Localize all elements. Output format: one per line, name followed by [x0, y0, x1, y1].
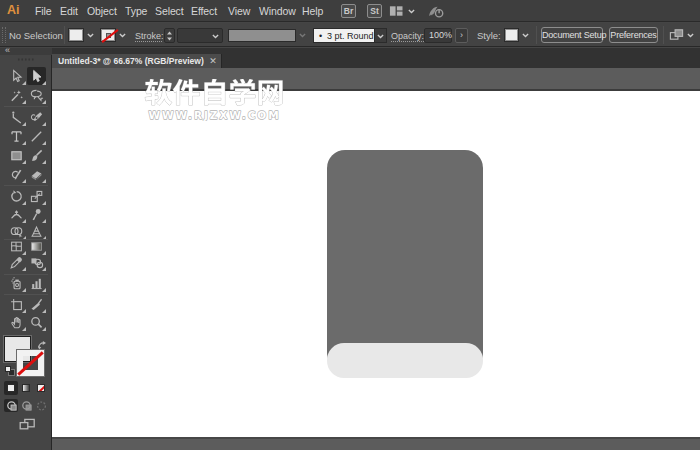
panel-grip[interactable] [2, 27, 6, 43]
document-setup-button[interactable]: Document Setup [541, 27, 603, 43]
menu-item-help[interactable]: Help [302, 5, 323, 17]
pasteboard[interactable]: WWW.RJZXW.COM [52, 68, 700, 450]
menu-item-object[interactable]: Object [87, 5, 117, 17]
fill-chevron-icon[interactable] [87, 32, 94, 39]
brush-definition-field[interactable]: • 3 pt. Round [313, 28, 375, 43]
tool-zoom[interactable] [27, 313, 46, 331]
preferences-button[interactable]: Preferences [609, 27, 658, 43]
tool-pen[interactable] [27, 108, 46, 126]
tool-symbol-sprayer[interactable] [7, 274, 26, 292]
document-tab[interactable]: Untitled-3* @ 66.67% (RGB/Preview) ✕ [52, 54, 222, 68]
bridge-button[interactable]: Br [341, 4, 356, 18]
book-band-rectangle[interactable] [327, 343, 483, 378]
tool-blend[interactable] [27, 253, 46, 271]
tool-shaper[interactable] [7, 165, 26, 183]
tool-group-divider [4, 106, 48, 107]
tool-type[interactable] [7, 127, 26, 145]
stroke-weight-chevron-icon[interactable] [212, 33, 219, 40]
tool-curvature[interactable] [7, 108, 26, 126]
menu-item-edit[interactable]: Edit [60, 5, 78, 17]
stroke-weight-field[interactable] [177, 28, 223, 43]
stock-button[interactable]: St [367, 4, 382, 18]
style-swatch[interactable] [504, 28, 519, 42]
arrange-documents-icon[interactable] [669, 28, 684, 41]
tool-lasso[interactable] [27, 86, 46, 104]
workspace-switcher-icon[interactable] [389, 4, 404, 18]
menu-bar: Ai Br St FileEditObjectTypeSelectEffectV… [0, 0, 700, 22]
tool-rectangle[interactable] [7, 146, 26, 164]
brush-definition-dropdown[interactable] [375, 28, 387, 43]
width-profile-chevron-icon[interactable] [299, 32, 306, 39]
panel-drag-handle[interactable] [17, 58, 35, 61]
separator [663, 26, 664, 44]
flyout-triangle [42, 267, 46, 271]
flyout-triangle [42, 179, 46, 183]
flyout-triangle [22, 141, 26, 145]
draw-normal-button[interactable] [4, 399, 18, 412]
tool-width[interactable] [7, 205, 26, 223]
tool-artboard[interactable] [7, 295, 26, 313]
book-cover-rectangle[interactable] [327, 150, 483, 371]
flyout-triangle [42, 288, 46, 292]
stroke-color-swatch[interactable] [100, 28, 116, 42]
stroke-weight-stepper[interactable] [164, 28, 175, 43]
flyout-triangle [42, 81, 46, 85]
tool-column-graph[interactable] [27, 274, 46, 292]
tool-group-divider [4, 185, 48, 186]
tool-direct-selection[interactable] [27, 67, 46, 85]
stroke-proxy-swatch[interactable] [17, 350, 44, 376]
share-power-icon[interactable] [427, 4, 444, 18]
brush-preview-dot: • [319, 30, 322, 43]
screen-mode-button[interactable] [19, 417, 35, 430]
menu-item-effect[interactable]: Effect [191, 5, 217, 17]
tool-scale[interactable] [27, 187, 46, 205]
document-tab-bar: Untitled-3* @ 66.67% (RGB/Preview) ✕ [52, 48, 700, 68]
flyout-triangle [42, 100, 46, 104]
workspace-chevron-icon[interactable] [408, 8, 415, 15]
flyout-triangle [22, 122, 26, 126]
stroke-panel-link[interactable]: Stroke: [135, 31, 164, 41]
menu-item-select[interactable]: Select [155, 5, 184, 17]
tool-hand[interactable] [7, 313, 26, 331]
tool-line-segment[interactable] [27, 127, 46, 145]
stroke-chevron-icon[interactable] [119, 32, 126, 39]
flyout-triangle [22, 81, 26, 85]
tool-magic-wand[interactable] [7, 86, 26, 104]
gradient-button[interactable] [19, 381, 33, 395]
menu-item-type[interactable]: Type [125, 5, 147, 17]
more-arrow-glyph: › [460, 30, 463, 40]
book-shape[interactable] [327, 150, 483, 378]
none-button[interactable] [34, 381, 48, 395]
tool-paintbrush[interactable] [27, 146, 46, 164]
flyout-triangle [42, 160, 46, 164]
default-fill-stroke-icon[interactable] [5, 366, 16, 376]
color-button[interactable] [4, 381, 18, 395]
menu-item-file[interactable]: File [35, 5, 52, 17]
watermark: WWW.RJZXW.COM [144, 79, 294, 121]
opacity-panel-link[interactable]: Opacity: [391, 31, 424, 41]
draw-inside-button[interactable] [34, 399, 48, 412]
opacity-more-button[interactable]: › [455, 28, 468, 43]
flyout-triangle [42, 122, 46, 126]
style-label: Style: [477, 30, 501, 41]
tool-puppet-warp[interactable] [27, 205, 46, 223]
arrange-chevron-icon[interactable] [687, 32, 694, 39]
tool-rotate[interactable] [7, 187, 26, 205]
draw-behind-button[interactable] [19, 399, 33, 412]
tab-close-icon[interactable]: ✕ [207, 55, 219, 67]
width-profile-preview[interactable] [228, 29, 296, 42]
fill-color-swatch[interactable] [68, 28, 84, 42]
menu-item-window[interactable]: Window [259, 5, 296, 17]
menu-item-view[interactable]: View [228, 5, 250, 17]
flyout-triangle [22, 201, 26, 205]
flyout-triangle [22, 327, 26, 331]
flyout-triangle [42, 327, 46, 331]
tool-slice[interactable] [27, 295, 46, 313]
tool-eyedropper[interactable] [7, 253, 26, 271]
opacity-field[interactable]: 100% [424, 28, 452, 43]
swap-fill-stroke-icon[interactable] [36, 337, 46, 347]
tool-eraser[interactable] [27, 165, 46, 183]
tool-selection[interactable] [7, 67, 26, 85]
style-chevron-icon[interactable] [522, 32, 529, 39]
watermark-url-text: WWW.RJZXW.COM [144, 108, 285, 121]
